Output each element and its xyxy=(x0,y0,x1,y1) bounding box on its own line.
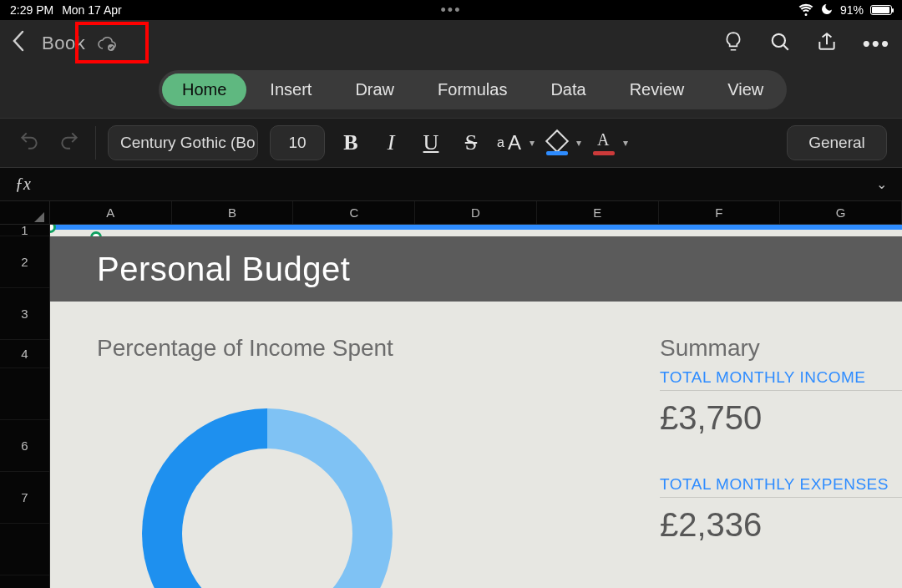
back-button[interactable] xyxy=(12,30,25,58)
tab-draw[interactable]: Draw xyxy=(335,74,414,106)
device-status-bar: 2:29 PM Mon 17 Apr ••• 91% xyxy=(0,0,902,20)
ribbon-toolbar: Century Gothic (Bo 10 B I U S aA▾ ▾ ▾ Ge… xyxy=(0,118,902,168)
col-header[interactable]: E xyxy=(537,201,659,224)
selection-bar xyxy=(50,225,902,230)
selection-handle[interactable] xyxy=(50,225,56,233)
select-all-corner[interactable] xyxy=(0,201,50,224)
col-header[interactable]: B xyxy=(172,201,294,224)
tab-formulas[interactable]: Formulas xyxy=(418,74,527,106)
strikethrough-button[interactable]: S xyxy=(457,130,485,155)
col-header[interactable]: C xyxy=(293,201,415,224)
text-size-button[interactable]: aA▾ xyxy=(497,131,535,155)
cloud-sync-icon[interactable] xyxy=(97,35,117,55)
row-header[interactable] xyxy=(0,524,49,575)
font-select[interactable]: Century Gothic (Bo xyxy=(108,125,258,160)
summary-expenses-block: TOTAL MONTHLY EXPENSES £2,336 xyxy=(660,475,902,544)
col-header[interactable]: G xyxy=(780,201,902,224)
undo-button[interactable] xyxy=(15,129,43,156)
font-color-button[interactable]: ▾ xyxy=(593,132,628,154)
status-time: 2:29 PM xyxy=(10,3,53,17)
row-header[interactable]: 7 xyxy=(0,472,49,524)
ribbon-tabs-bar: Home Insert Draw Formulas Data Review Vi… xyxy=(0,67,902,118)
col-header[interactable]: F xyxy=(659,201,781,224)
tab-insert[interactable]: Insert xyxy=(250,74,332,106)
row-header[interactable]: 4 xyxy=(0,340,49,368)
expenses-label: TOTAL MONTHLY EXPENSES xyxy=(660,475,902,498)
column-headers: A B C D E F G xyxy=(0,201,902,225)
formula-bar[interactable]: ƒx ⌄ xyxy=(0,168,902,201)
col-header[interactable]: D xyxy=(415,201,537,224)
section-heading-right: Summary xyxy=(660,335,760,362)
battery-pct: 91% xyxy=(840,3,864,17)
multitask-dots[interactable]: ••• xyxy=(441,6,462,14)
share-icon[interactable] xyxy=(816,31,838,56)
sheet-title: Personal Budget xyxy=(97,251,350,288)
search-icon[interactable] xyxy=(769,31,791,56)
italic-button[interactable]: I xyxy=(377,130,405,155)
fill-color-button[interactable]: ▾ xyxy=(546,132,581,154)
tab-data[interactable]: Data xyxy=(530,74,606,106)
ideas-icon[interactable] xyxy=(722,31,744,56)
fx-icon: ƒx xyxy=(15,175,31,194)
donut-chart xyxy=(142,408,393,588)
underline-button[interactable]: U xyxy=(417,130,445,155)
tab-home[interactable]: Home xyxy=(162,74,246,106)
section-heading-left: Percentage of Income Spent xyxy=(97,335,393,362)
formula-bar-expand-icon[interactable]: ⌄ xyxy=(876,176,887,192)
worksheet-area[interactable]: 1 2 3 4 6 7 Personal Budget Percentage o… xyxy=(0,225,902,588)
row-header[interactable]: 3 xyxy=(0,288,49,340)
svg-point-1 xyxy=(772,34,784,47)
income-value: £3,750 xyxy=(660,399,902,437)
number-format-select[interactable]: General xyxy=(787,125,887,160)
battery-icon xyxy=(870,5,892,15)
font-size-select[interactable]: 10 xyxy=(270,125,325,160)
bold-button[interactable]: B xyxy=(337,130,365,155)
col-header[interactable]: A xyxy=(50,201,172,224)
document-title[interactable]: Book xyxy=(42,33,85,54)
wifi-icon xyxy=(798,2,813,19)
tab-view[interactable]: View xyxy=(707,74,783,106)
row-header[interactable]: 2 xyxy=(0,236,49,288)
row-headers: 1 2 3 4 6 7 xyxy=(0,225,50,588)
tab-review[interactable]: Review xyxy=(610,74,705,106)
status-date: Mon 17 Apr xyxy=(62,3,122,17)
moon-icon xyxy=(820,3,834,18)
redo-button[interactable] xyxy=(55,129,84,156)
summary-income-block: TOTAL MONTHLY INCOME £3,750 xyxy=(660,368,902,437)
row-header[interactable] xyxy=(0,368,49,420)
sheet-canvas[interactable]: Personal Budget Percentage of Income Spe… xyxy=(50,225,902,588)
app-title-bar: Book ••• xyxy=(0,20,902,67)
expenses-value: £2,336 xyxy=(660,506,902,544)
row-header[interactable]: 1 xyxy=(0,225,49,236)
income-label: TOTAL MONTHLY INCOME xyxy=(660,368,902,391)
sheet-title-band: Personal Budget xyxy=(50,236,902,302)
row-header[interactable]: 6 xyxy=(0,420,49,472)
